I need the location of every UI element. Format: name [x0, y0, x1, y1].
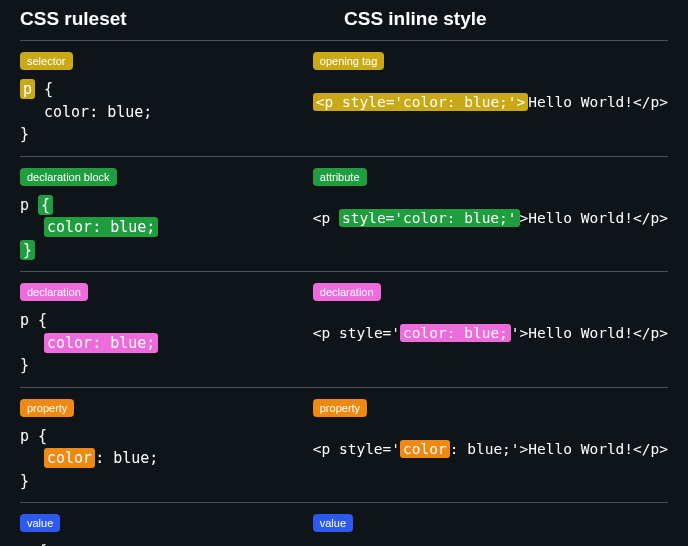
row-declaration: declaration p { color: blue; } declarati… [20, 271, 668, 387]
row-property: property p { color: blue; } property <p … [20, 387, 668, 503]
ruleset-code: p { color: blue; } [20, 425, 313, 493]
inline-col: value <p style='color: blue;'>Hello Worl… [313, 513, 668, 546]
header-ruleset: CSS ruleset [20, 8, 344, 30]
inline-code: <p style='color: blue;'>Hello World!</p> [313, 210, 668, 226]
inline-col: declaration <p style='color: blue;'>Hell… [313, 282, 668, 377]
ruleset-code: p { color: blue; } [20, 194, 313, 262]
badge-attribute: attribute [313, 168, 367, 186]
badge-value: value [20, 514, 60, 532]
hl-declaration-inline: color: blue; [400, 324, 511, 342]
hl-declaration: color: blue; [44, 333, 158, 353]
inline-col: attribute <p style='color: blue;'>Hello … [313, 167, 668, 262]
badge-selector: selector [20, 52, 73, 70]
ruleset-col: selector p { color: blue; } [20, 51, 313, 146]
inline-col: opening tag <p style='color: blue;'>Hell… [313, 51, 668, 146]
hl-decl-block: color: blue; [44, 217, 158, 237]
brace-close: } [20, 125, 29, 143]
ruleset-col: declaration p { color: blue; } [20, 282, 313, 377]
badge-declaration-inline: declaration [313, 283, 381, 301]
brace-open: { [44, 80, 53, 98]
hl-attribute: style='color: blue;' [339, 209, 520, 227]
inline-code: <p style='color: blue;'>Hello World!</p> [313, 94, 668, 110]
ruleset-col: value p { color: blue; } [20, 513, 313, 546]
hl-property-inline: color [400, 440, 450, 458]
ruleset-code: p { color: blue; } [20, 78, 313, 146]
hl-brace-close: } [20, 240, 35, 260]
inline-code: <p style='color: blue;'>Hello World!</p> [313, 325, 668, 341]
inline-col: property <p style='color: blue;'>Hello W… [313, 398, 668, 493]
row-declaration-block: declaration block p { color: blue; } att… [20, 156, 668, 272]
badge-declaration-block: declaration block [20, 168, 117, 186]
decl-line: color: blue; [20, 103, 152, 121]
badge-value-inline: value [313, 514, 353, 532]
ruleset-col: declaration block p { color: blue; } [20, 167, 313, 262]
badge-property-inline: property [313, 399, 367, 417]
hl-property: color [44, 448, 95, 468]
badge-declaration: declaration [20, 283, 88, 301]
badge-opening-tag: opening tag [313, 52, 385, 70]
row-value: value p { color: blue; } value <p style=… [20, 502, 668, 546]
ruleset-code: p { color: blue; } [20, 540, 313, 546]
column-headers: CSS ruleset CSS inline style [20, 8, 668, 30]
hl-brace-open: { [38, 195, 53, 215]
row-selector: selector p { color: blue; } opening tag … [20, 40, 668, 156]
header-inline: CSS inline style [344, 8, 668, 30]
badge-property: property [20, 399, 74, 417]
hl-selector: p [20, 79, 35, 99]
hl-opening-tag: <p style='color: blue;'> [313, 93, 529, 111]
ruleset-col: property p { color: blue; } [20, 398, 313, 493]
ruleset-code: p { color: blue; } [20, 309, 313, 377]
inline-code: <p style='color: blue;'>Hello World!</p> [313, 441, 668, 457]
